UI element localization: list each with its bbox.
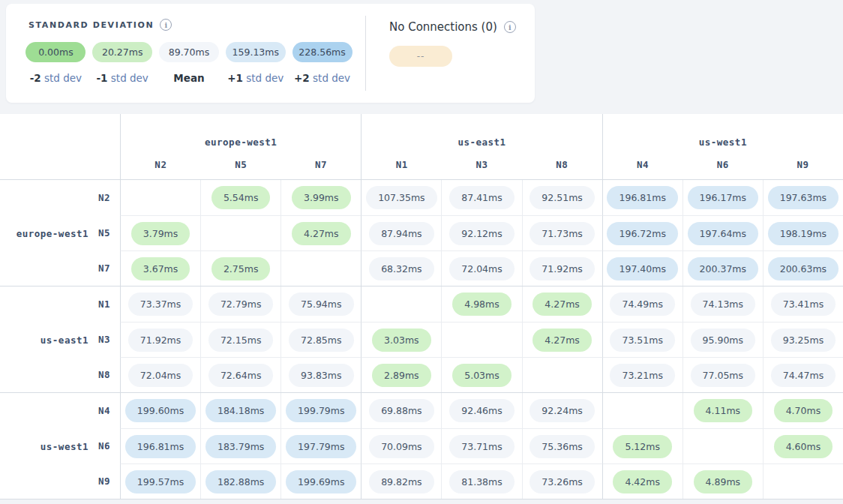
latency-pill[interactable]: 183.79ms xyxy=(206,435,276,458)
latency-pill[interactable]: 75.36ms xyxy=(530,435,594,458)
latency-cell: 75.36ms xyxy=(522,428,602,464)
latency-pill[interactable]: 73.71ms xyxy=(449,435,514,458)
latency-cell: 72.79ms xyxy=(200,286,280,322)
latency-pill[interactable]: 199.57ms xyxy=(125,470,196,494)
latency-pill[interactable]: 184.18ms xyxy=(206,399,276,422)
latency-pill[interactable]: 196.17ms xyxy=(688,186,758,209)
latency-pill[interactable]: 92.24ms xyxy=(530,399,594,422)
latency-pill[interactable]: 92.46ms xyxy=(449,399,514,422)
latency-pill[interactable]: 81.38ms xyxy=(449,470,514,494)
latency-cell: 4.89ms xyxy=(682,464,763,499)
latency-pill[interactable]: 77.05ms xyxy=(691,364,755,387)
latency-pill[interactable]: 3.03ms xyxy=(372,328,431,352)
latency-pill[interactable]: 73.51ms xyxy=(610,328,674,352)
latency-cell: 2.89ms xyxy=(361,357,441,392)
latency-pill[interactable]: 199.79ms xyxy=(286,399,356,422)
latency-pill[interactable]: 72.85ms xyxy=(289,328,353,352)
latency-pill[interactable]: 72.15ms xyxy=(208,328,273,352)
latency-pill[interactable]: 199.69ms xyxy=(286,470,356,494)
latency-cell: 87.94ms xyxy=(361,215,441,250)
latency-pill[interactable]: 73.26ms xyxy=(530,470,594,494)
latency-pill[interactable]: 4.11ms xyxy=(694,399,753,422)
latency-pill[interactable]: 196.72ms xyxy=(607,222,677,245)
latency-pill[interactable]: 198.19ms xyxy=(768,222,838,245)
legend-item-label: +1 std dev xyxy=(227,72,284,84)
row-header-n9: N9 xyxy=(0,464,120,499)
latency-pill[interactable]: 71.92ms xyxy=(128,328,193,352)
latency-pill[interactable]: 4.98ms xyxy=(452,292,512,316)
latency-pill[interactable]: 95.90ms xyxy=(691,328,755,352)
row-region-label: us-west1 xyxy=(0,440,88,452)
latency-pill[interactable]: 92.12ms xyxy=(449,222,514,245)
latency-pill[interactable]: 72.04ms xyxy=(128,364,193,387)
legend-pill-mean: 89.70ms xyxy=(159,42,219,62)
latency-pill[interactable]: 200.63ms xyxy=(768,257,838,280)
latency-pill[interactable]: 92.51ms xyxy=(530,186,594,209)
latency-pill[interactable]: 72.64ms xyxy=(208,364,273,387)
latency-pill[interactable]: 2.75ms xyxy=(212,257,271,280)
latency-pill[interactable]: 74.47ms xyxy=(771,364,836,387)
latency-pill[interactable]: 72.04ms xyxy=(449,257,514,280)
row-header-n1: N1 xyxy=(0,286,120,322)
latency-pill[interactable]: 72.79ms xyxy=(208,292,273,316)
latency-pill[interactable]: 197.40ms xyxy=(607,257,677,280)
latency-pill[interactable]: 4.89ms xyxy=(694,470,753,494)
latency-pill[interactable]: 5.54ms xyxy=(212,186,271,209)
latency-pill[interactable]: 5.12ms xyxy=(613,435,672,458)
latency-pill[interactable]: 74.13ms xyxy=(691,292,755,316)
latency-cell xyxy=(120,180,200,215)
latency-pill[interactable]: 3.79ms xyxy=(131,222,190,245)
latency-pill[interactable]: 69.88ms xyxy=(369,399,434,422)
latency-pill[interactable]: 199.60ms xyxy=(125,399,196,422)
latency-pill[interactable]: 197.64ms xyxy=(688,222,758,245)
latency-pill[interactable]: 87.41ms xyxy=(449,186,514,209)
latency-pill[interactable]: 4.27ms xyxy=(292,222,351,245)
info-icon[interactable]: i xyxy=(160,19,172,31)
std-dev-title: STANDARD DEVIATION xyxy=(28,20,154,30)
column-header-n2: N2 xyxy=(121,159,201,170)
column-header-n6: N6 xyxy=(682,159,763,170)
latency-matrix: europe-west1N2N5N7us-east1N1N3N8us-west1… xyxy=(0,114,843,500)
latency-cell: 4.70ms xyxy=(763,393,843,428)
no-connections-pill: -- xyxy=(389,46,452,67)
latency-pill[interactable]: 93.25ms xyxy=(771,328,836,352)
latency-cell: 93.83ms xyxy=(280,357,361,392)
latency-pill[interactable]: 4.60ms xyxy=(774,435,833,458)
column-group-us-west1: us-west1N4N6N9 xyxy=(602,114,843,179)
latency-pill[interactable]: 4.27ms xyxy=(532,292,592,316)
row-region-label: europe-west1 xyxy=(0,227,88,238)
latency-pill[interactable]: 68.32ms xyxy=(369,257,434,280)
latency-pill[interactable]: 70.09ms xyxy=(369,435,434,458)
latency-cell: 4.11ms xyxy=(682,393,763,428)
latency-cell: 73.26ms xyxy=(522,464,602,499)
latency-pill[interactable]: 71.92ms xyxy=(530,257,594,280)
latency-pill[interactable]: 73.21ms xyxy=(610,364,674,387)
latency-pill[interactable]: 4.27ms xyxy=(532,328,592,352)
latency-cell: 95.90ms xyxy=(682,322,763,357)
latency-pill[interactable]: 75.94ms xyxy=(289,292,353,316)
latency-pill[interactable]: 4.70ms xyxy=(774,399,833,422)
legend-item: 0.00ms-2 std dev xyxy=(24,42,88,84)
latency-pill[interactable]: 2.89ms xyxy=(372,364,431,387)
column-region-label: us-east1 xyxy=(362,136,602,148)
latency-pill[interactable]: 197.63ms xyxy=(768,186,838,209)
latency-pill[interactable]: 73.41ms xyxy=(771,292,836,316)
latency-pill[interactable]: 196.81ms xyxy=(125,435,196,458)
latency-pill[interactable]: 89.82ms xyxy=(369,470,434,494)
legend-label-strong: +2 xyxy=(294,72,310,84)
latency-pill[interactable]: 4.42ms xyxy=(613,470,672,494)
latency-pill[interactable]: 196.81ms xyxy=(607,186,677,209)
latency-pill[interactable]: 73.37ms xyxy=(128,292,193,316)
latency-pill[interactable]: 87.94ms xyxy=(369,222,434,245)
latency-pill[interactable]: 93.83ms xyxy=(289,364,353,387)
latency-pill[interactable]: 182.88ms xyxy=(206,470,276,494)
info-icon[interactable]: i xyxy=(504,21,516,33)
latency-pill[interactable]: 3.67ms xyxy=(131,257,190,280)
latency-pill[interactable]: 71.73ms xyxy=(530,222,594,245)
latency-pill[interactable]: 5.03ms xyxy=(452,364,512,387)
latency-pill[interactable]: 107.35ms xyxy=(366,186,436,209)
latency-pill[interactable]: 200.37ms xyxy=(688,257,758,280)
latency-pill[interactable]: 197.79ms xyxy=(286,435,356,458)
latency-pill[interactable]: 74.49ms xyxy=(610,292,674,316)
latency-pill[interactable]: 3.99ms xyxy=(292,186,351,209)
